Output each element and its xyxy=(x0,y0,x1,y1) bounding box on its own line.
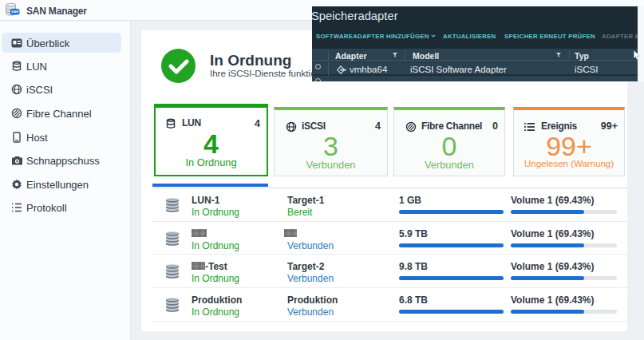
svg-text:SAN: SAN xyxy=(11,10,18,14)
